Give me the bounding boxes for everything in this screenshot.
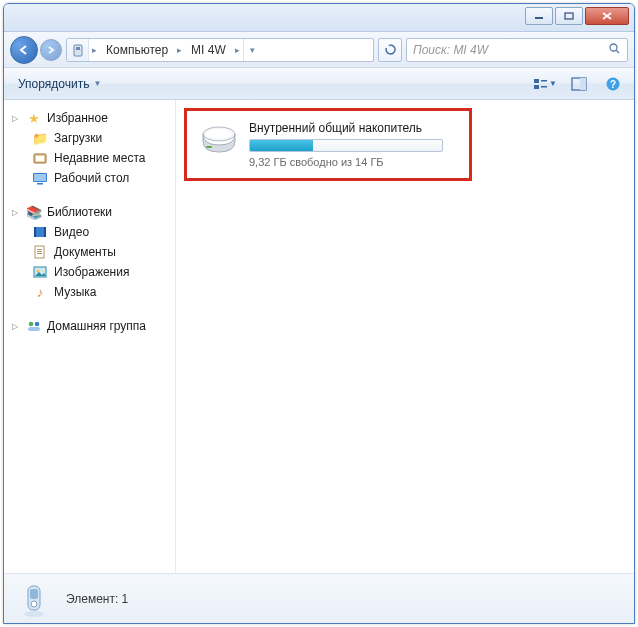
sidebar-item-music[interactable]: ♪ Музыка	[4, 282, 175, 302]
status-bar: Элемент: 1	[4, 573, 634, 623]
svg-point-27	[29, 322, 34, 327]
svg-text:?: ?	[610, 79, 616, 90]
svg-rect-16	[34, 174, 46, 181]
favorites-header[interactable]: ▷ ★ Избранное	[4, 108, 175, 128]
pictures-icon	[32, 264, 48, 280]
svg-rect-7	[541, 80, 547, 82]
status-text: Элемент: 1	[66, 592, 128, 606]
breadcrumb-computer[interactable]: Компьютер	[100, 39, 174, 61]
titlebar	[4, 4, 634, 32]
favorites-group: ▷ ★ Избранное 📁 Загрузки Недавние места	[4, 108, 175, 188]
sidebar-item-desktop[interactable]: Рабочий стол	[4, 168, 175, 188]
svg-rect-35	[30, 589, 38, 599]
sidebar-item-downloads[interactable]: 📁 Загрузки	[4, 128, 175, 148]
recent-places-icon	[32, 150, 48, 166]
storage-bar-fill	[250, 140, 313, 151]
sidebar-item-recent[interactable]: Недавние места	[4, 148, 175, 168]
sidebar-item-label: Загрузки	[54, 131, 102, 145]
refresh-icon	[384, 43, 397, 56]
help-icon: ?	[605, 76, 621, 92]
maximize-button[interactable]	[555, 7, 583, 25]
star-icon: ★	[26, 110, 42, 126]
sidebar-item-videos[interactable]: Видео	[4, 222, 175, 242]
svg-point-28	[35, 322, 40, 327]
refresh-button[interactable]	[378, 38, 402, 62]
desktop-icon	[32, 170, 48, 186]
svg-rect-8	[541, 86, 547, 88]
favorites-label: Избранное	[47, 111, 108, 125]
svg-rect-17	[37, 183, 43, 185]
svg-rect-3	[76, 47, 80, 50]
search-icon	[608, 42, 621, 58]
sidebar-item-label: Документы	[54, 245, 116, 259]
device-icon	[67, 39, 89, 61]
forward-button[interactable]	[40, 39, 62, 61]
explorer-window: ▸ Компьютер ▸ MI 4W ▸ ▾ Поиск: MI 4W Упо…	[3, 3, 635, 624]
svg-rect-22	[37, 249, 42, 250]
svg-rect-29	[28, 327, 40, 331]
storage-bar	[249, 139, 443, 152]
sidebar-item-pictures[interactable]: Изображения	[4, 262, 175, 282]
svg-rect-6	[534, 85, 539, 89]
svg-point-4	[610, 44, 617, 51]
navigation-pane: ▷ ★ Избранное 📁 Загрузки Недавние места	[4, 100, 176, 573]
search-input[interactable]: Поиск: MI 4W	[406, 38, 628, 62]
content-pane: Внутренний общий накопитель 9,32 ГБ своб…	[176, 100, 634, 573]
address-bar[interactable]: ▸ Компьютер ▸ MI 4W ▸ ▾	[66, 38, 374, 62]
svg-rect-2	[74, 45, 82, 56]
svg-rect-19	[34, 227, 36, 237]
minimize-icon	[534, 12, 544, 20]
svg-point-31	[206, 129, 232, 139]
libraries-icon: 📚	[26, 204, 42, 220]
device-large-icon	[16, 579, 52, 619]
libraries-header[interactable]: ▷ 📚 Библиотеки	[4, 202, 175, 222]
toolbar: Упорядочить ▼ ▼ ?	[4, 68, 634, 100]
sidebar-item-documents[interactable]: Документы	[4, 242, 175, 262]
svg-point-33	[24, 611, 44, 617]
sidebar-item-label: Видео	[54, 225, 89, 239]
video-icon	[32, 224, 48, 240]
collapse-icon: ▷	[12, 208, 21, 217]
preview-pane-icon	[571, 77, 587, 91]
back-button[interactable]	[10, 36, 38, 64]
organize-label: Упорядочить	[18, 77, 89, 91]
svg-rect-20	[44, 227, 46, 237]
view-icon	[533, 77, 547, 91]
minimize-button[interactable]	[525, 7, 553, 25]
drive-subtitle: 9,32 ГБ свободно из 14 ГБ	[249, 156, 457, 168]
libraries-group: ▷ 📚 Библиотеки Видео Документы	[4, 202, 175, 302]
view-options-button[interactable]: ▼	[532, 73, 558, 95]
breadcrumb-device[interactable]: MI 4W	[185, 39, 232, 61]
svg-rect-23	[37, 251, 42, 252]
nav-buttons	[10, 36, 62, 64]
chevron-down-icon: ▼	[93, 79, 101, 88]
chevron-down-icon: ▼	[549, 79, 557, 88]
libraries-label: Библиотеки	[47, 205, 112, 219]
svg-rect-5	[534, 79, 539, 83]
sidebar-item-label: Недавние места	[54, 151, 145, 165]
arrow-right-icon	[46, 45, 56, 55]
svg-rect-10	[580, 78, 586, 90]
preview-pane-button[interactable]	[566, 73, 592, 95]
close-button[interactable]	[585, 7, 629, 25]
drive-item-highlight: Внутренний общий накопитель 9,32 ГБ своб…	[184, 108, 472, 181]
maximize-icon	[564, 12, 574, 20]
sidebar-item-label: Музыка	[54, 285, 96, 299]
close-icon	[601, 11, 613, 21]
svg-point-36	[31, 601, 37, 607]
organize-button[interactable]: Упорядочить ▼	[12, 74, 107, 94]
help-button[interactable]: ?	[600, 73, 626, 95]
svg-rect-32	[206, 146, 212, 148]
breadcrumb-dropdown[interactable]: ▾	[243, 39, 261, 61]
folder-icon: 📁	[32, 130, 48, 146]
breadcrumb-arrow-icon: ▸	[89, 45, 100, 55]
homegroup-group: ▷ Домашняя группа	[4, 316, 175, 336]
drive-icon	[199, 121, 239, 157]
homegroup-header[interactable]: ▷ Домашняя группа	[4, 316, 175, 336]
nav-row: ▸ Компьютер ▸ MI 4W ▸ ▾ Поиск: MI 4W	[4, 32, 634, 68]
drive-item[interactable]: Внутренний общий накопитель 9,32 ГБ своб…	[249, 121, 457, 168]
body: ▷ ★ Избранное 📁 Загрузки Недавние места	[4, 100, 634, 573]
svg-point-26	[37, 270, 40, 273]
sidebar-item-label: Изображения	[54, 265, 129, 279]
sidebar-item-label: Рабочий стол	[54, 171, 129, 185]
